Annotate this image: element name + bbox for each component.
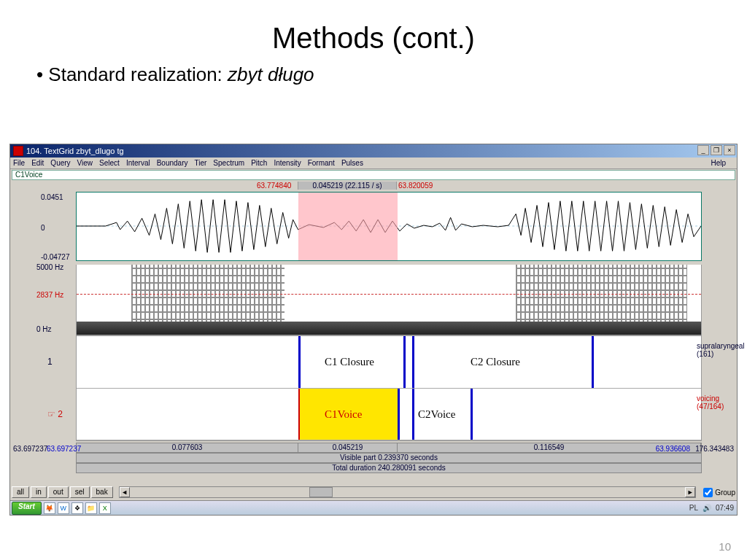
h-scrollbar[interactable]: ◄ ► <box>119 486 697 498</box>
tier-2-number: ☞ 2 <box>47 409 63 419</box>
win-start-outer: 63.697237 <box>13 445 47 453</box>
sel-duration[interactable]: 0.045219 (22.115 / s) <box>298 182 397 190</box>
app-icon <box>13 146 23 156</box>
scroll-left-button[interactable]: ◄ <box>120 487 130 497</box>
time-ruler: 63.774840 0.045219 (22.115 / s) 63.82005… <box>76 182 702 192</box>
start-button[interactable]: Start <box>12 502 42 515</box>
seg-dur-1[interactable]: 0.077603 <box>77 443 298 452</box>
taskbar-icon[interactable]: X <box>99 502 111 514</box>
menu-pulses[interactable]: Pulses <box>341 159 363 167</box>
menu-view[interactable]: View <box>77 159 93 167</box>
clock[interactable]: 07:49 <box>716 504 734 512</box>
boundary[interactable] <box>412 336 414 388</box>
spec-top-hz: 5000 Hz <box>36 263 63 271</box>
wave-ymax: 0.0451 <box>41 193 63 201</box>
total-text: Total duration 240.280091 seconds <box>77 464 701 472</box>
tray-icon[interactable]: 🔊 <box>703 504 711 512</box>
editor-area: 63.774840 0.045219 (22.115 / s) 63.82005… <box>12 182 735 473</box>
win-end-inner: 63.936608 <box>656 445 690 453</box>
zoom-sel-button[interactable]: sel <box>70 486 90 498</box>
interval-c1closure[interactable]: C1 Closure <box>325 356 374 368</box>
menu-pitch[interactable]: Pitch <box>251 159 267 167</box>
menu-spectrum[interactable]: Spectrum <box>213 159 244 167</box>
slide-title: Methods (cont.) <box>0 22 747 55</box>
taskbar-icon[interactable]: ❖ <box>71 502 83 514</box>
boundary[interactable] <box>403 336 406 388</box>
tier-2[interactable]: ☞ 2 voicing (47/164) C1Voice C2Voice <box>77 389 701 441</box>
taskbar-icon[interactable]: W <box>58 502 69 514</box>
zoom-all-button[interactable]: all <box>12 486 29 498</box>
menu-select[interactable]: Select <box>99 159 120 167</box>
textgrid-tiers[interactable]: 1 supralaryngeal (161) C1 Closure C2 Clo… <box>76 335 702 441</box>
win-start-inner: 63.697237 <box>47 445 81 453</box>
spec-cursor-hz: 2837 Hz <box>36 291 63 299</box>
wave-yzero: 0 <box>41 224 45 232</box>
zoom-in-button[interactable]: in <box>31 486 47 498</box>
taskbar-icon[interactable]: 🦊 <box>44 502 55 514</box>
interval-c1voice[interactable]: C1Voice <box>325 408 362 420</box>
menu-query[interactable]: Query <box>50 159 70 167</box>
slide-number: 10 <box>719 540 731 553</box>
group-label: Group <box>715 489 735 497</box>
waveform-panel[interactable] <box>76 192 702 261</box>
boundary[interactable] <box>298 336 301 388</box>
maximize-button[interactable]: ❐ <box>711 145 722 155</box>
bullet-italic: zbyt długo <box>228 63 314 85</box>
window-title: 104. TextGrid zbyt_dlugo tg <box>26 147 124 155</box>
zoom-out-button[interactable]: out <box>48 486 69 498</box>
menu-interval[interactable]: Interval <box>126 159 150 167</box>
waveform-selection <box>298 192 398 260</box>
segment-durations-bar[interactable]: 0.077603 0.045219 0.116549 <box>76 443 702 453</box>
boundary[interactable] <box>592 336 594 388</box>
seg-dur-2[interactable]: 0.045219 <box>298 443 398 452</box>
menu-formant[interactable]: Formant <box>308 159 335 167</box>
close-button[interactable]: × <box>724 145 735 155</box>
menubar[interactable]: File Edit Query View Select Interval Bou… <box>10 158 737 169</box>
selected-interval-label: C1Voice <box>12 170 735 180</box>
tier-1-number: 1 <box>47 357 53 367</box>
boundary[interactable] <box>398 389 400 440</box>
interval-c2closure[interactable]: C2 Closure <box>471 356 520 368</box>
wave-ymin: -0.04727 <box>41 253 69 261</box>
titlebar[interactable]: 104. TextGrid zbyt_dlugo tg _ ❐ × <box>10 144 737 158</box>
slide-bullet: • Standard realization: zbyt długo <box>36 63 747 86</box>
spec-cursor-line <box>77 294 701 295</box>
menu-help[interactable]: Help <box>711 159 726 167</box>
menu-edit[interactable]: Edit <box>31 159 44 167</box>
group-toggle[interactable]: Group <box>703 488 735 497</box>
bullet-text: Standard realization: <box>48 63 228 85</box>
spec-bot-hz: 0 Hz <box>36 325 52 333</box>
menu-file[interactable]: File <box>13 159 25 167</box>
visible-text: Visible part 0.239370 seconds <box>77 454 701 462</box>
praat-window: 104. TextGrid zbyt_dlugo tg _ ❐ × File E… <box>9 144 738 516</box>
group-checkbox[interactable] <box>703 488 713 497</box>
system-tray[interactable]: PL 🔊 07:49 <box>685 504 737 512</box>
scroll-thumb[interactable] <box>309 487 333 497</box>
spec-lowband <box>77 322 701 335</box>
zoom-button-bar: all in out sel bak ◄ ► Group <box>12 486 735 499</box>
visible-bar[interactable]: Visible part 0.239370 seconds <box>76 453 702 463</box>
total-bar[interactable]: Total duration 240.280091 seconds <box>76 463 702 473</box>
lang-indicator[interactable]: PL <box>689 504 698 512</box>
menu-tier[interactable]: Tier <box>195 159 207 167</box>
minimize-button[interactable]: _ <box>697 145 709 155</box>
boundary[interactable] <box>471 389 473 440</box>
tier-1[interactable]: 1 supralaryngeal (161) C1 Closure C2 Clo… <box>77 336 701 389</box>
menu-boundary[interactable]: Boundary <box>157 159 188 167</box>
menu-intensity[interactable]: Intensity <box>274 159 301 167</box>
sel-start-time: 63.774840 <box>257 182 291 190</box>
zoom-bak-button[interactable]: bak <box>91 486 113 498</box>
tier-1-name: supralaryngeal (161) <box>697 342 738 358</box>
taskbar-icon[interactable]: 📁 <box>85 502 97 514</box>
win-end-outer: 176.343483 <box>695 445 734 453</box>
sel-end-time: 63.820059 <box>398 182 433 190</box>
boundary[interactable] <box>412 389 414 440</box>
spectrogram-panel[interactable] <box>76 265 702 335</box>
tier-2-name: voicing (47/164) <box>697 394 738 411</box>
windows-taskbar[interactable]: Start 🦊 W ❖ 📁 X PL 🔊 07:49 <box>10 500 737 515</box>
interval-c2voice[interactable]: C2Voice <box>418 408 455 420</box>
scroll-right-button[interactable]: ► <box>685 487 695 497</box>
